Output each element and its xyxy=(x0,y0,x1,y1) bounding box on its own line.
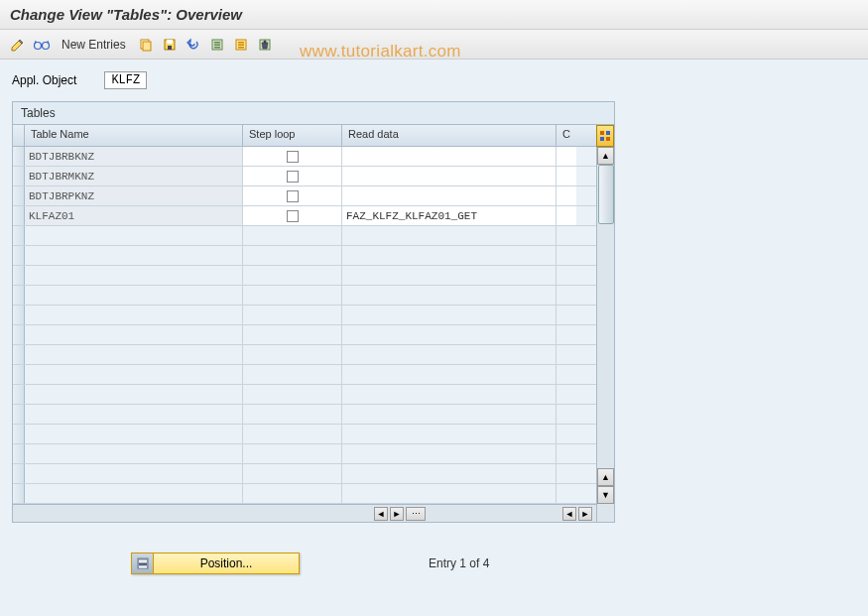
cell-read-data[interactable] xyxy=(342,286,557,305)
cell-read-data[interactable] xyxy=(342,306,557,324)
checkbox[interactable] xyxy=(287,190,299,202)
cell-table-name[interactable] xyxy=(25,444,243,463)
cell-read-data[interactable] xyxy=(342,167,557,185)
cell-step-loop[interactable] xyxy=(243,186,342,205)
row-selector[interactable] xyxy=(13,167,25,185)
col-header-name[interactable]: Table Name xyxy=(25,125,243,146)
select-all-icon[interactable] xyxy=(207,35,227,55)
cell-c[interactable] xyxy=(557,186,576,205)
cell-step-loop[interactable] xyxy=(243,325,342,344)
checkbox[interactable] xyxy=(287,171,299,183)
delete-icon[interactable] xyxy=(255,35,275,55)
cell-table-name[interactable] xyxy=(25,365,243,384)
cell-table-name[interactable] xyxy=(25,345,243,364)
change-icon[interactable] xyxy=(8,35,28,55)
cell-read-data[interactable] xyxy=(342,226,557,245)
row-selector[interactable] xyxy=(13,365,25,384)
undo-icon[interactable] xyxy=(184,35,203,55)
row-selector[interactable] xyxy=(13,246,25,265)
table-row[interactable] xyxy=(13,226,596,246)
vertical-scrollbar[interactable]: ▲ ▲ ▼ xyxy=(596,125,614,522)
table-config-icon[interactable] xyxy=(596,125,614,147)
cell-table-name[interactable] xyxy=(25,405,243,424)
row-selector[interactable] xyxy=(13,226,25,245)
cell-c[interactable] xyxy=(557,345,576,364)
cell-read-data[interactable] xyxy=(342,365,557,384)
cell-read-data[interactable] xyxy=(342,464,557,483)
cell-c[interactable] xyxy=(557,286,576,305)
row-selector[interactable] xyxy=(13,425,25,443)
scroll-separator-icon[interactable]: ⋯ xyxy=(406,507,426,521)
row-selector[interactable] xyxy=(13,385,25,404)
row-selector[interactable] xyxy=(13,405,25,424)
cell-table-name[interactable] xyxy=(25,385,243,404)
cell-step-loop[interactable] xyxy=(243,206,342,225)
checkbox[interactable] xyxy=(287,210,299,222)
table-row[interactable] xyxy=(13,306,596,325)
copy-icon[interactable] xyxy=(136,35,156,55)
row-selector[interactable] xyxy=(13,484,25,503)
table-row[interactable]: BDTJBRMKNZ xyxy=(13,167,596,186)
cell-table-name[interactable] xyxy=(25,306,243,324)
cell-c[interactable] xyxy=(557,464,576,483)
scroll-left-icon[interactable]: ◄ xyxy=(374,507,388,521)
cell-read-data[interactable] xyxy=(342,266,557,285)
cell-step-loop[interactable] xyxy=(243,246,342,265)
scroll-left-end-icon[interactable]: ◄ xyxy=(562,507,576,521)
cell-table-name[interactable] xyxy=(25,484,243,503)
cell-step-loop[interactable] xyxy=(243,226,342,245)
scroll-up2-icon[interactable]: ▲ xyxy=(597,468,614,486)
cell-c[interactable] xyxy=(557,306,576,324)
cell-step-loop[interactable] xyxy=(243,385,342,404)
cell-table-name[interactable] xyxy=(25,325,243,344)
cell-read-data[interactable] xyxy=(342,186,557,205)
col-header-read[interactable]: Read data xyxy=(342,125,557,146)
row-selector[interactable] xyxy=(13,266,25,285)
table-row[interactable]: KLFAZ01 FAZ_KLFZ_KLFAZ01_GET xyxy=(13,206,596,226)
cell-c[interactable] xyxy=(557,444,576,463)
table-row[interactable]: BDTJBRBKNZ xyxy=(13,147,596,167)
row-selector[interactable] xyxy=(13,306,25,324)
cell-step-loop[interactable] xyxy=(243,345,342,364)
scroll-right-icon[interactable]: ► xyxy=(390,507,404,521)
row-selector[interactable] xyxy=(13,186,25,205)
scroll-right-end-icon[interactable]: ► xyxy=(578,507,592,521)
deselect-all-icon[interactable] xyxy=(231,35,251,55)
cell-table-name[interactable] xyxy=(25,266,243,285)
row-selector[interactable] xyxy=(13,325,25,344)
cell-read-data[interactable] xyxy=(342,345,557,364)
table-row[interactable] xyxy=(13,266,596,286)
cell-table-name[interactable] xyxy=(25,464,243,483)
col-selector[interactable] xyxy=(13,125,25,146)
cell-c[interactable] xyxy=(557,147,576,166)
cell-read-data[interactable] xyxy=(342,484,557,503)
table-row[interactable] xyxy=(13,425,596,444)
cell-table-name[interactable] xyxy=(25,425,243,443)
cell-c[interactable] xyxy=(557,246,576,265)
cell-read-data[interactable] xyxy=(342,444,557,463)
table-row[interactable] xyxy=(13,405,596,425)
table-row[interactable] xyxy=(13,286,596,306)
table-row[interactable]: BDTJBRPKNZ xyxy=(13,186,596,206)
cell-c[interactable] xyxy=(557,365,576,384)
cell-table-name[interactable] xyxy=(25,246,243,265)
cell-c[interactable] xyxy=(557,425,576,443)
table-row[interactable] xyxy=(13,464,596,484)
col-header-step[interactable]: Step loop xyxy=(243,125,342,146)
cell-c[interactable] xyxy=(557,325,576,344)
checkbox[interactable] xyxy=(287,151,299,163)
table-row[interactable] xyxy=(13,385,596,405)
cell-step-loop[interactable] xyxy=(243,464,342,483)
cell-step-loop[interactable] xyxy=(243,365,342,384)
cell-c[interactable] xyxy=(557,385,576,404)
cell-step-loop[interactable] xyxy=(243,444,342,463)
position-button[interactable]: Position... xyxy=(131,553,300,574)
cell-table-name[interactable]: BDTJBRPKNZ xyxy=(25,186,243,205)
cell-read-data[interactable] xyxy=(342,405,557,424)
cell-table-name[interactable]: BDTJBRMKNZ xyxy=(25,167,243,185)
glasses-icon[interactable] xyxy=(32,35,52,55)
cell-step-loop[interactable] xyxy=(243,286,342,305)
cell-read-data[interactable] xyxy=(342,425,557,443)
cell-table-name[interactable]: BDTJBRBKNZ xyxy=(25,147,243,166)
table-row[interactable] xyxy=(13,484,596,504)
